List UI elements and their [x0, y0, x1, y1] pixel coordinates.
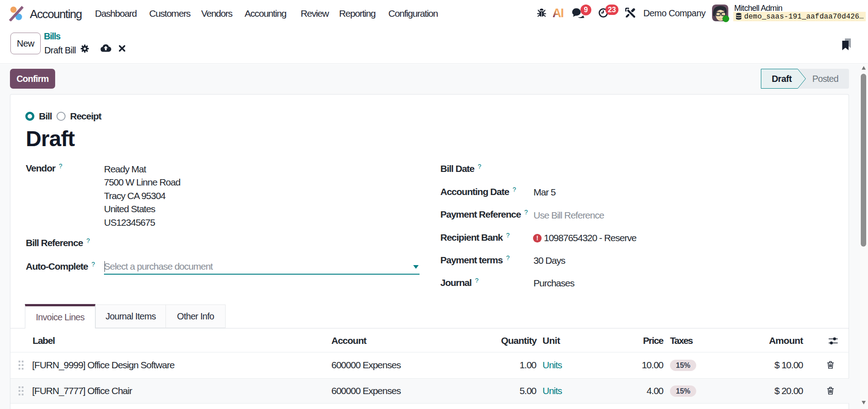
svg-text:A: A [553, 7, 561, 19]
svg-text:I: I [561, 7, 564, 19]
